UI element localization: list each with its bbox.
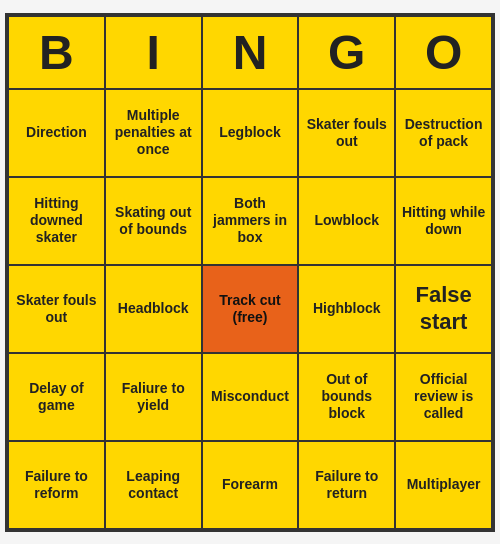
bingo-cell-5[interactable]: Hitting downed skater bbox=[8, 177, 105, 265]
bingo-cell-15[interactable]: Delay of game bbox=[8, 353, 105, 441]
bingo-cell-7[interactable]: Both jammers in box bbox=[202, 177, 299, 265]
bingo-cell-22[interactable]: Forearm bbox=[202, 441, 299, 529]
bingo-cell-0[interactable]: Direction bbox=[8, 89, 105, 177]
bingo-header: BINGO bbox=[8, 16, 492, 89]
bingo-cell-24[interactable]: Multiplayer bbox=[395, 441, 492, 529]
bingo-cell-19[interactable]: Official review is called bbox=[395, 353, 492, 441]
bingo-cell-13[interactable]: Highblock bbox=[298, 265, 395, 353]
bingo-cell-4[interactable]: Destruction of pack bbox=[395, 89, 492, 177]
bingo-cell-3[interactable]: Skater fouls out bbox=[298, 89, 395, 177]
bingo-cell-17[interactable]: Misconduct bbox=[202, 353, 299, 441]
bingo-cell-18[interactable]: Out of bounds block bbox=[298, 353, 395, 441]
bingo-cell-23[interactable]: Failure to return bbox=[298, 441, 395, 529]
bingo-cell-2[interactable]: Legblock bbox=[202, 89, 299, 177]
bingo-cell-10[interactable]: Skater fouls out bbox=[8, 265, 105, 353]
bingo-letter-G: G bbox=[298, 16, 395, 89]
bingo-letter-I: I bbox=[105, 16, 202, 89]
bingo-cell-21[interactable]: Leaping contact bbox=[105, 441, 202, 529]
bingo-cell-11[interactable]: Headblock bbox=[105, 265, 202, 353]
bingo-cell-14[interactable]: False start bbox=[395, 265, 492, 353]
bingo-letter-N: N bbox=[202, 16, 299, 89]
bingo-cell-16[interactable]: Faliure to yield bbox=[105, 353, 202, 441]
bingo-cell-1[interactable]: Multiple penalties at once bbox=[105, 89, 202, 177]
bingo-grid: DirectionMultiple penalties at onceLegbl… bbox=[8, 89, 492, 529]
bingo-card: BINGO DirectionMultiple penalties at onc… bbox=[5, 13, 495, 532]
bingo-letter-O: O bbox=[395, 16, 492, 89]
bingo-cell-8[interactable]: Lowblock bbox=[298, 177, 395, 265]
bingo-cell-9[interactable]: Hitting while down bbox=[395, 177, 492, 265]
bingo-letter-B: B bbox=[8, 16, 105, 89]
bingo-cell-12[interactable]: Track cut (free) bbox=[202, 265, 299, 353]
bingo-cell-20[interactable]: Failure to reform bbox=[8, 441, 105, 529]
bingo-cell-6[interactable]: Skating out of bounds bbox=[105, 177, 202, 265]
